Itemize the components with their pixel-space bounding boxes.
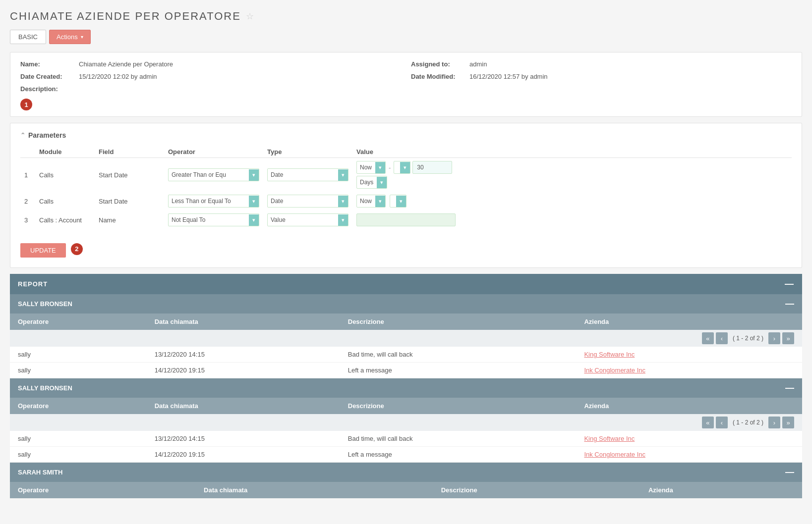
operator-select-input-3[interactable]: Not Equal To <box>169 214 249 226</box>
azienda-link-0-0[interactable]: King Software Inc <box>584 351 635 358</box>
days-caret-icon-1: ▾ <box>377 177 387 188</box>
azienda-link-0-1[interactable]: Ink Conglomerate Inc <box>584 367 645 374</box>
operator-select-input-1[interactable]: Greater Than or Equ <box>169 169 249 181</box>
name-value: Chiamate Aziende per Operatore <box>79 60 173 68</box>
col-header-value: Value <box>352 146 792 158</box>
name-row: Name: Chiamate Aziende per Operatore <box>20 60 401 68</box>
actions-label: Actions <box>57 33 78 41</box>
info-grid: Name: Chiamate Aziende per Operatore Ass… <box>20 60 792 93</box>
prev-prev-btn-0[interactable]: « <box>702 332 714 344</box>
date-created-label: Date Created: <box>20 73 75 80</box>
type-select-1[interactable]: Date ▾ <box>267 168 348 181</box>
basic-button[interactable]: BASIC <box>10 30 46 44</box>
cell-azienda-1-0: King Software Inc <box>576 431 802 447</box>
report-collapse-icon[interactable]: — <box>785 279 794 289</box>
row-module-2: Calls <box>35 192 95 210</box>
cell-descrizione-1-1: Left a message <box>340 447 577 463</box>
th-data-1: Data chiamata <box>147 398 340 414</box>
star-icon[interactable]: ☆ <box>246 11 255 22</box>
now-select-input-1[interactable]: Now <box>357 161 375 173</box>
actions-button[interactable]: Actions ▾ <box>49 30 91 44</box>
type-caret-icon-3: ▾ <box>338 214 348 226</box>
azienda-link-1-1[interactable]: Ink Conglomerate Inc <box>584 451 645 458</box>
type-select-2[interactable]: Date ▾ <box>267 195 348 208</box>
parameters-header: ⌃ Parameters <box>20 131 792 139</box>
row-operator-3: Not Equal To ▾ <box>164 210 263 229</box>
now2b-select-input-2[interactable] <box>390 195 396 207</box>
now2b-select-2[interactable]: ▾ <box>390 195 406 208</box>
now2-select-input-2[interactable]: Now <box>357 195 375 207</box>
cell-operatore-0-1: sally <box>10 363 147 378</box>
days-select-input-1[interactable]: Days <box>357 176 377 188</box>
cell-data-1-0: 13/12/2020 14:15 <box>147 431 340 447</box>
row-field-3: Name <box>95 210 164 229</box>
prev-btn-1[interactable]: ‹ <box>716 417 728 428</box>
next-btn-0[interactable]: › <box>768 332 780 344</box>
group-header-1: SALLY BRONSEN — <box>10 378 802 398</box>
operator-select-3[interactable]: Not Equal To ▾ <box>168 213 259 226</box>
th-operatore-0: Operatore <box>10 314 147 330</box>
group-collapse-icon-0[interactable]: — <box>785 299 794 309</box>
group-2: SARAH SMITH — Operatore Data chiamata De… <box>10 463 802 498</box>
pagination-row-1: « ‹ ( 1 - 2 of 2 ) › » <box>10 414 802 431</box>
group-collapse-icon-2[interactable]: — <box>785 467 794 477</box>
num-input-1[interactable] <box>412 161 452 174</box>
pagination-controls-1: « ‹ ( 1 - 2 of 2 ) › » <box>18 417 794 428</box>
next-next-btn-1[interactable]: » <box>782 417 794 428</box>
now-select-1[interactable]: Now ▾ <box>356 161 386 174</box>
operator-select-2[interactable]: Less Than or Equal To ▾ <box>168 195 259 208</box>
azienda-link-1-0[interactable]: King Software Inc <box>584 435 635 442</box>
data-table-2: Operatore Data chiamata Descrizione Azie… <box>10 482 802 498</box>
operator-caret-icon-3: ▾ <box>249 214 259 226</box>
col-header-field: Field <box>95 146 164 158</box>
now2b-caret-icon-2: ▾ <box>396 196 406 207</box>
now2-caret-icon-2: ▾ <box>375 196 385 207</box>
type-select-input-2[interactable]: Date <box>268 195 338 207</box>
days-select-1[interactable]: Days ▾ <box>356 176 387 189</box>
data-row-0-1: sally 14/12/2020 19:15 Left a message In… <box>10 363 802 378</box>
row-value-3 <box>352 210 792 229</box>
th-operatore-1: Operatore <box>10 398 147 414</box>
cell-operatore-1-0: sally <box>10 431 147 447</box>
assigned-label: Assigned to: <box>411 60 465 68</box>
date-modified-row: Date Modified: 16/12/2020 12:57 by admin <box>411 73 792 80</box>
cell-azienda-0-1: Ink Conglomerate Inc <box>576 363 802 378</box>
date-created-row: Date Created: 15/12/2020 12:02 by admin <box>20 73 401 80</box>
value-input-3[interactable] <box>356 213 456 226</box>
cell-data-0-1: 14/12/2020 19:15 <box>147 363 340 378</box>
info-panel: Name: Chiamate Aziende per Operatore Ass… <box>10 52 802 117</box>
update-button[interactable]: UPDATE <box>20 243 66 258</box>
th-descrizione-2: Descrizione <box>433 482 640 498</box>
type-select-input-3[interactable]: Value <box>268 214 338 226</box>
cell-descrizione-1-0: Bad time, will call back <box>340 431 577 447</box>
pagination-cell-0: « ‹ ( 1 - 2 of 2 ) › » <box>10 330 802 347</box>
description-row: Description: <box>20 85 401 93</box>
description-label: Description: <box>20 85 75 93</box>
cell-azienda-1-1: Ink Conglomerate Inc <box>576 447 802 463</box>
dash2-select-input-1[interactable] <box>394 161 400 173</box>
operator-select-1[interactable]: Greater Than or Equ ▾ <box>168 168 259 181</box>
operator-select-input-2[interactable]: Less Than or Equal To <box>169 195 249 207</box>
row-module-1: Calls <box>35 158 95 192</box>
row-num-1: 1 <box>20 158 35 192</box>
prev-prev-btn-1[interactable]: « <box>702 417 714 428</box>
group-header-0: SALLY BRONSEN — <box>10 294 802 314</box>
caret-icon: ▾ <box>81 34 83 40</box>
group-collapse-icon-1[interactable]: — <box>785 383 794 393</box>
th-data-0: Data chiamata <box>147 314 340 330</box>
page-info-0: ( 1 - 2 of 2 ) <box>730 335 766 342</box>
dash2-select-1[interactable]: ▾ <box>394 161 410 174</box>
report-header: REPORT — <box>10 274 802 294</box>
th-data-2: Data chiamata <box>196 482 433 498</box>
now2-select-2[interactable]: Now ▾ <box>356 195 386 208</box>
cell-descrizione-0-0: Bad time, will call back <box>340 347 577 363</box>
operator-caret-icon-1: ▾ <box>249 169 259 181</box>
next-btn-1[interactable]: › <box>768 417 780 428</box>
type-select-3[interactable]: Value ▾ <box>267 213 348 226</box>
assigned-value: admin <box>469 60 487 68</box>
type-select-input-1[interactable]: Date <box>268 169 338 181</box>
data-row-0-0: sally 13/12/2020 14:15 Bad time, will ca… <box>10 347 802 363</box>
prev-btn-0[interactable]: ‹ <box>716 332 728 344</box>
next-next-btn-0[interactable]: » <box>782 332 794 344</box>
row-type-3: Value ▾ <box>263 210 352 229</box>
